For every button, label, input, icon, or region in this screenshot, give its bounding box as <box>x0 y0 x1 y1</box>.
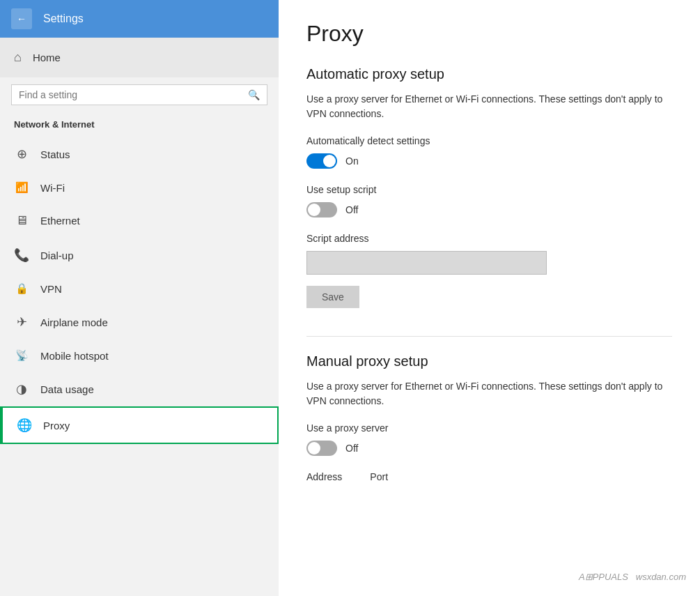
search-box[interactable]: 🔍 <box>11 84 267 105</box>
dialup-label: Dial-up <box>40 250 74 261</box>
address-label: Script address <box>306 233 672 244</box>
script-state-label: Off <box>345 204 358 215</box>
airplane-icon: ✈ <box>14 314 29 330</box>
sidebar-item-wifi[interactable]: 📶 Wi-Fi <box>0 171 279 204</box>
dialup-icon: 📞 <box>14 247 29 263</box>
proxy-address-label: Address <box>306 471 342 482</box>
section-divider <box>306 336 672 337</box>
proxy-icon: 🌐 <box>17 418 32 433</box>
manual-section-title: Manual proxy setup <box>306 353 672 369</box>
detect-state-label: On <box>345 155 359 167</box>
wifi-label: Wi-Fi <box>40 182 65 194</box>
vpn-label: VPN <box>40 283 62 295</box>
proxy-state-label: Off <box>345 443 358 454</box>
search-icon: 🔍 <box>248 89 260 100</box>
detect-toggle-row: On <box>306 153 672 169</box>
script-address-input[interactable] <box>306 251 547 275</box>
ethernet-icon: 🖥 <box>14 213 29 228</box>
detect-toggle-knob <box>323 155 336 167</box>
ethernet-label: Ethernet <box>40 215 80 227</box>
script-toggle-knob <box>308 204 320 216</box>
datausage-label: Data usage <box>40 383 94 395</box>
sidebar-item-dialup[interactable]: 📞 Dial-up <box>0 238 279 273</box>
section-label: Network & Internet <box>0 115 279 137</box>
setup-script-label: Use setup script <box>306 184 672 195</box>
wifi-icon: 📶 <box>14 181 29 194</box>
proxy-toggle[interactable] <box>306 441 337 456</box>
back-button[interactable]: ← <box>11 8 32 29</box>
sidebar-item-datausage[interactable]: ◑ Data usage <box>0 372 279 406</box>
use-proxy-label: Use a proxy server <box>306 422 672 434</box>
sidebar-item-airplane[interactable]: ✈ Airplane mode <box>0 305 279 339</box>
status-label: Status <box>40 148 70 160</box>
auto-section-title: Automatic proxy setup <box>306 66 672 82</box>
proxy-toggle-row: Off <box>306 441 672 456</box>
back-icon: ← <box>17 13 26 24</box>
datausage-icon: ◑ <box>14 381 29 397</box>
settings-title: Settings <box>43 13 84 25</box>
detect-settings-label: Automatically detect settings <box>306 135 672 146</box>
detect-toggle[interactable] <box>306 153 337 169</box>
home-icon: ⌂ <box>14 50 22 65</box>
manual-description: Use a proxy server for Ethernet or Wi-Fi… <box>306 379 669 408</box>
page-title: Proxy <box>306 21 672 47</box>
auto-description: Use a proxy server for Ethernet or Wi-Fi… <box>306 92 669 121</box>
sidebar-item-hotspot[interactable]: 📡 Mobile hotspot <box>0 339 279 372</box>
home-nav-item[interactable]: ⌂ Home <box>0 38 279 77</box>
proxy-label: Proxy <box>43 420 70 431</box>
main-content: Proxy Automatic proxy setup Use a proxy … <box>279 0 700 596</box>
save-button[interactable]: Save <box>306 286 359 308</box>
script-toggle-row: Off <box>306 202 672 217</box>
hotspot-label: Mobile hotspot <box>40 350 109 362</box>
proxy-toggle-knob <box>308 442 320 454</box>
script-toggle[interactable] <box>306 202 337 217</box>
search-input[interactable] <box>19 89 242 100</box>
sidebar-item-proxy[interactable]: 🌐 Proxy <box>0 406 279 444</box>
status-icon: ⊕ <box>14 146 29 162</box>
proxy-port-label: Port <box>370 471 388 482</box>
home-label: Home <box>33 52 61 63</box>
sidebar-item-ethernet[interactable]: 🖥 Ethernet <box>0 204 279 238</box>
hotspot-icon: 📡 <box>14 349 29 362</box>
sidebar: ← Settings ⌂ Home 🔍 Network & Internet ⊕… <box>0 0 279 596</box>
sidebar-item-vpn[interactable]: 🔒 VPN <box>0 273 279 305</box>
airplane-label: Airplane mode <box>40 316 108 328</box>
vpn-icon: 🔒 <box>14 282 29 295</box>
sidebar-item-status[interactable]: ⊕ Status <box>0 137 279 171</box>
settings-header: ← Settings <box>0 0 279 38</box>
